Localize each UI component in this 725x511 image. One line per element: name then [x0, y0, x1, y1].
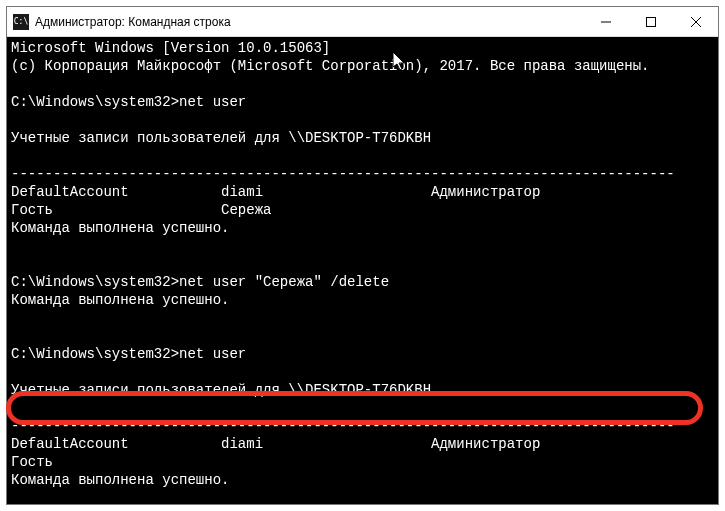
terminal-line — [11, 111, 714, 129]
cmd-window: C:\ Администратор: Командная строка Micr… — [6, 6, 719, 505]
svg-rect-1 — [646, 17, 655, 26]
terminal-line: C:\Windows\system32>net user — [11, 93, 714, 111]
terminal-line: DefaultAccount diami Администратор — [11, 183, 714, 201]
terminal-line: Гость — [11, 453, 714, 471]
terminal-line — [11, 75, 714, 93]
terminal-line: C:\Windows\system32>net user "Сережа" /d… — [11, 273, 714, 291]
terminal-output[interactable]: Microsoft Windows [Version 10.0.15063](c… — [7, 37, 718, 504]
terminal-line — [11, 363, 714, 381]
terminal-line — [11, 489, 714, 504]
titlebar: C:\ Администратор: Командная строка — [7, 7, 718, 37]
terminal-line — [11, 255, 714, 273]
cmd-icon: C:\ — [13, 14, 29, 30]
window-controls — [583, 7, 718, 36]
terminal-line: Учетные записи пользователей для \\DESKT… — [11, 381, 714, 399]
terminal-line: DefaultAccount diami Администратор — [11, 435, 714, 453]
terminal-line — [11, 237, 714, 255]
terminal-line: Команда выполнена успешно. — [11, 219, 714, 237]
terminal-line — [11, 147, 714, 165]
window-title: Администратор: Командная строка — [35, 15, 583, 29]
close-button[interactable] — [673, 7, 718, 36]
terminal-line: (c) Корпорация Майкрософт (Microsoft Cor… — [11, 57, 714, 75]
terminal-line: Команда выполнена успешно. — [11, 291, 714, 309]
terminal-line: ----------------------------------------… — [11, 165, 714, 183]
terminal-line — [11, 309, 714, 327]
maximize-button[interactable] — [628, 7, 673, 36]
terminal-line: Команда выполнена успешно. — [11, 471, 714, 489]
terminal-line: ----------------------------------------… — [11, 417, 714, 435]
terminal-line: Microsoft Windows [Version 10.0.15063] — [11, 39, 714, 57]
terminal-line: C:\Windows\system32>net user — [11, 345, 714, 363]
terminal-line: Гость Сережа — [11, 201, 714, 219]
minimize-button[interactable] — [583, 7, 628, 36]
terminal-line: Учетные записи пользователей для \\DESKT… — [11, 129, 714, 147]
terminal-line — [11, 399, 714, 417]
terminal-line — [11, 327, 714, 345]
